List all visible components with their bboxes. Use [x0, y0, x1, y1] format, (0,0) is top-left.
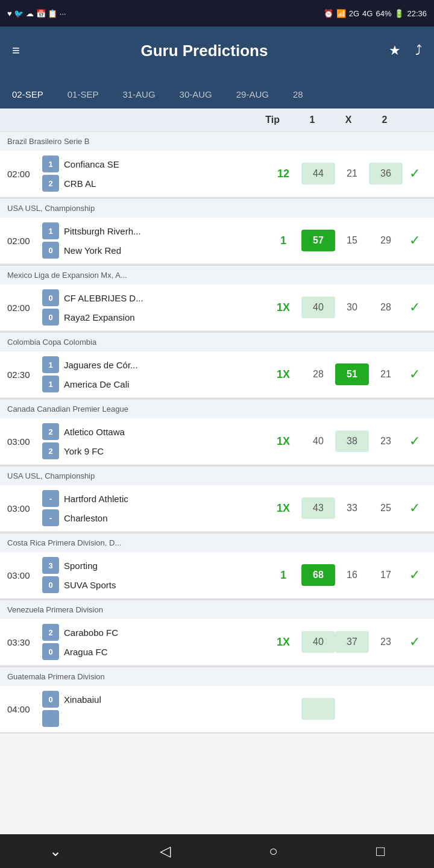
tab-31-aug[interactable]: 31-AUG	[110, 82, 167, 107]
odds-x: 30	[335, 297, 369, 318]
team-badge: 1	[42, 156, 59, 172]
tab-28[interactable]: 28	[281, 82, 315, 107]
calendar-icon: 📅	[36, 9, 46, 18]
correct-icon: ✓	[403, 634, 427, 650]
team-name: Pittsburgh Riverh...	[64, 226, 141, 236]
team-badge: 2	[42, 442, 59, 459]
team-badge: -	[42, 509, 59, 526]
team-badge: 0	[42, 643, 59, 660]
team-row: 0Xinabaiul	[42, 691, 265, 708]
match-time: 04:00	[7, 704, 42, 714]
team-badge: 0	[42, 289, 59, 306]
match-teams: 1Pittsburgh Riverh...0New York Red	[42, 218, 265, 263]
team-name: Hartford Athletic	[64, 494, 128, 504]
match-row[interactable]: 02:001Confianca SE2CRB AL12442136✓	[0, 151, 434, 197]
match-row[interactable]: 03:302Carabobo FC0Aragua FC1X403723✓	[0, 619, 434, 665]
team-badge	[42, 710, 59, 727]
team-row: 1Confianca SE	[42, 156, 265, 172]
team-row: 0SUVA Sports	[42, 576, 265, 593]
match-block: 02:301Jaguares de Cór...1America De Cali…	[0, 351, 434, 399]
app-title: Guru Predictions	[140, 42, 268, 60]
matches-container: Brazil Brasileiro Serie B02:001Confianca…	[0, 131, 434, 734]
battery-icon: 🔋	[394, 9, 404, 18]
odds-2: 17	[369, 564, 403, 586]
team-name: Confianca SE	[64, 159, 119, 169]
odds-2: 28	[369, 297, 403, 318]
league-header: Guatemala Primera Division	[0, 667, 434, 686]
odds-2: 21	[369, 363, 403, 385]
team-badge: 1	[42, 376, 59, 392]
star-icon[interactable]: ★	[389, 43, 401, 58]
odds-1: 57	[301, 230, 335, 251]
match-teams: 0CF ALEBRIJES D...0Raya2 Expansion	[42, 285, 265, 330]
match-teams: 3Sporting0SUVA Sports	[42, 552, 265, 598]
team-badge: 2	[42, 175, 59, 192]
cloud-icon: ☁	[26, 9, 34, 18]
team-name: America De Cali	[64, 379, 129, 389]
tip-value: 1	[265, 569, 301, 582]
col-x: X	[330, 115, 366, 125]
tip-value: 1X	[265, 502, 301, 515]
odds-1: 43	[301, 497, 335, 519]
team-badge: 3	[42, 557, 59, 574]
column-headers: Tip 1 X 2	[0, 108, 434, 131]
team-row: 0Aragua FC	[42, 643, 265, 660]
match-row[interactable]: 04:000Xinabaiul	[0, 686, 434, 732]
team-row: 3Sporting	[42, 557, 265, 574]
team-row: -Hartford Athletic	[42, 490, 265, 507]
odds-x: 51	[335, 363, 369, 385]
league-header: USA USL, Championship	[0, 466, 434, 485]
team-name: Charleston	[64, 513, 108, 523]
menu-icon[interactable]: ≡	[12, 43, 20, 58]
odds-1: 68	[301, 564, 335, 586]
more-icon: ···	[60, 9, 66, 18]
team-row: 2York 9 FC	[42, 442, 265, 459]
match-row[interactable]: 03:002Atletico Ottawa2York 9 FC1X403823✓	[0, 418, 434, 465]
odds-x: 15	[335, 230, 369, 251]
team-name: CF ALEBRIJES D...	[64, 293, 143, 303]
col-1: 1	[294, 115, 330, 125]
team-name: Raya2 Expansion	[64, 312, 135, 322]
tip-value: 1X	[265, 636, 301, 649]
team-name: SUVA Sports	[64, 580, 116, 590]
odds-2: 23	[369, 631, 403, 653]
match-teams: 1Confianca SE2CRB AL	[42, 151, 265, 197]
match-row[interactable]: 02:001Pittsburgh Riverh...0New York Red1…	[0, 218, 434, 264]
tab-29-aug[interactable]: 29-AUG	[224, 82, 281, 107]
header: ≡ Guru Predictions ★ ⤴	[0, 27, 434, 75]
battery-text: 64%	[376, 9, 391, 18]
team-name: Aragua FC	[64, 647, 108, 657]
odds-1: 40	[301, 430, 335, 452]
correct-icon: ✓	[403, 233, 427, 248]
team-badge: 2	[42, 423, 59, 440]
odds-1: 40	[301, 297, 335, 318]
match-row[interactable]: 03:00-Hartford Athletic-Charleston1X4333…	[0, 485, 434, 532]
correct-icon: ✓	[403, 300, 427, 315]
tab-02-sep[interactable]: 02-SEP	[0, 82, 55, 108]
team-badge: -	[42, 490, 59, 507]
odds-x: 33	[335, 497, 369, 519]
odds-x: 16	[335, 564, 369, 586]
tip-value: 1X	[265, 301, 301, 314]
status-bar: ♥ 🐦 ☁ 📅 📋 ··· ⏰ 📶 2G 4G 64% 🔋 22:36	[0, 0, 434, 27]
match-time: 02:00	[7, 169, 42, 179]
match-row[interactable]: 02:301Jaguares de Cór...1America De Cali…	[0, 351, 434, 398]
match-block: 04:000Xinabaiul	[0, 686, 434, 734]
match-row[interactable]: 02:000CF ALEBRIJES D...0Raya2 Expansion1…	[0, 285, 434, 331]
odds-1	[301, 698, 335, 720]
match-block: 03:002Atletico Ottawa2York 9 FC1X403823✓	[0, 418, 434, 466]
team-badge: 0	[42, 576, 59, 593]
team-row: 1Jaguares de Cór...	[42, 356, 265, 373]
correct-icon: ✓	[403, 433, 427, 449]
tab-30-aug[interactable]: 30-AUG	[168, 82, 224, 107]
team-row: 2CRB AL	[42, 175, 265, 192]
team-badge: 0	[42, 242, 59, 259]
team-row	[42, 710, 265, 727]
match-teams: 2Atletico Ottawa2York 9 FC	[42, 418, 265, 464]
team-badge: 0	[42, 691, 59, 708]
match-row[interactable]: 03:003Sporting0SUVA Sports1681617✓	[0, 552, 434, 599]
tab-01-sep[interactable]: 01-SEP	[55, 82, 111, 107]
correct-icon: ✓	[403, 567, 427, 583]
match-block: 03:00-Hartford Athletic-Charleston1X4333…	[0, 485, 434, 533]
share-icon[interactable]: ⤴	[415, 43, 422, 58]
